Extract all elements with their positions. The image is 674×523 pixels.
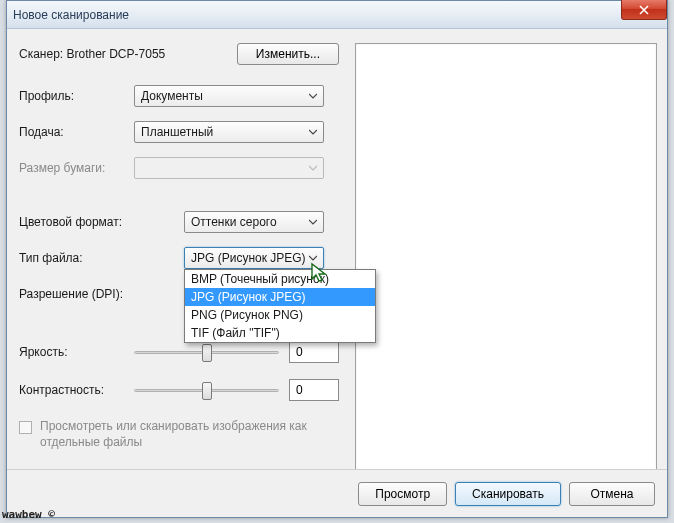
brightness-value[interactable]: 0 (289, 341, 339, 363)
resolution-label: Разрешение (DPI): (19, 287, 134, 301)
scanner-name: Brother DCP-7055 (67, 47, 166, 61)
profile-dropdown[interactable]: Документы (134, 85, 324, 107)
window-title: Новое сканирование (13, 8, 129, 22)
chevron-down-icon (309, 218, 317, 226)
preview-button[interactable]: Просмотр (358, 482, 447, 506)
dialog-content: Сканер: Brother DCP-7055 Изменить... Про… (7, 29, 667, 517)
file-type-option[interactable]: BMP (Точечный рисунок) (185, 270, 375, 288)
titlebar: Новое сканирование (7, 1, 667, 29)
contrast-value[interactable]: 0 (289, 379, 339, 401)
contrast-label: Контрастность: (19, 383, 134, 397)
change-scanner-button[interactable]: Изменить... (237, 43, 339, 65)
brightness-slider[interactable] (134, 341, 279, 363)
contrast-row: Контрастность: 0 (19, 379, 339, 401)
file-type-dropdown[interactable]: JPG (Рисунок JPEG) BMP (Точечный рисунок… (184, 247, 324, 269)
scanner-row: Сканер: Brother DCP-7055 Изменить... (19, 43, 339, 65)
close-icon (639, 5, 649, 15)
profile-row: Профиль: Документы (19, 85, 339, 107)
profile-label: Профиль: (19, 89, 134, 103)
slider-thumb[interactable] (202, 382, 212, 400)
separate-files-checkbox (19, 421, 32, 434)
file-type-option[interactable]: TIF (Файл "TIF") (185, 324, 375, 342)
button-bar: Просмотр Сканировать Отмена (7, 469, 667, 517)
preview-panel (355, 43, 657, 483)
separate-files-label: Просмотреть или сканировать изображения … (40, 419, 320, 450)
paper-size-label: Размер бумаги: (19, 161, 134, 175)
file-type-option[interactable]: JPG (Рисунок JPEG) (185, 288, 375, 306)
chevron-down-icon (309, 164, 317, 172)
watermark: wawbew © (2, 508, 55, 521)
feed-row: Подача: Планшетный (19, 121, 339, 143)
color-format-label: Цветовой формат: (19, 215, 134, 229)
paper-size-row: Размер бумаги: (19, 157, 339, 179)
scan-button[interactable]: Сканировать (455, 482, 561, 506)
color-format-row: Цветовой формат: Оттенки серого (19, 211, 339, 233)
close-button[interactable] (621, 0, 667, 20)
brightness-row: Яркость: 0 (19, 341, 339, 363)
settings-panel: Сканер: Brother DCP-7055 Изменить... Про… (19, 43, 339, 450)
brightness-label: Яркость: (19, 345, 134, 359)
slider-thumb[interactable] (202, 344, 212, 362)
cursor-icon (310, 262, 330, 284)
separate-files-row: Просмотреть или сканировать изображения … (19, 419, 339, 450)
file-type-option[interactable]: PNG (Рисунок PNG) (185, 306, 375, 324)
file-type-dropdown-list: BMP (Точечный рисунок) JPG (Рисунок JPEG… (184, 269, 376, 343)
feed-label: Подача: (19, 125, 134, 139)
chevron-down-icon (309, 92, 317, 100)
paper-size-dropdown (134, 157, 324, 179)
file-type-label: Тип файла: (19, 251, 134, 265)
chevron-down-icon (309, 128, 317, 136)
scanner-label: Сканер: Brother DCP-7055 (19, 47, 165, 61)
chevron-down-icon (309, 254, 317, 262)
color-format-dropdown[interactable]: Оттенки серого (184, 211, 324, 233)
cancel-button[interactable]: Отмена (569, 482, 655, 506)
file-type-row: Тип файла: JPG (Рисунок JPEG) BMP (Точеч… (19, 247, 339, 269)
contrast-slider[interactable] (134, 379, 279, 401)
feed-dropdown[interactable]: Планшетный (134, 121, 324, 143)
dialog-window: Новое сканирование Сканер: Brother DCP-7… (6, 0, 668, 518)
